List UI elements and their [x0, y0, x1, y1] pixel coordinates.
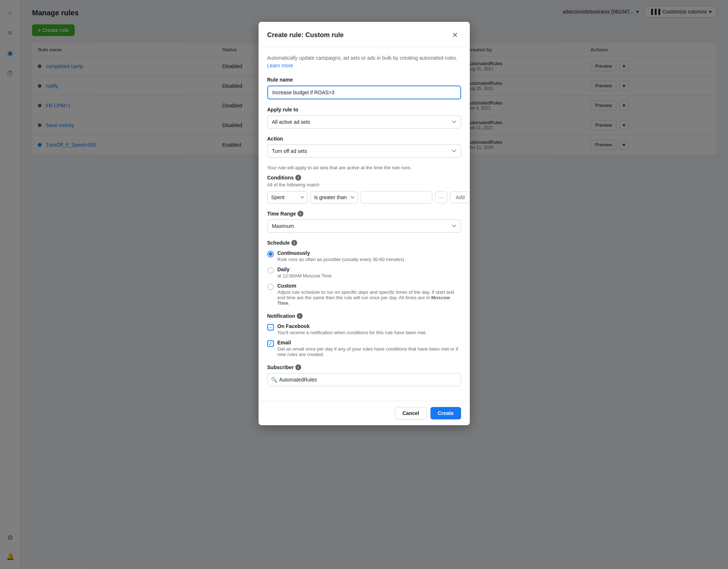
notification-info-icon[interactable]: i	[297, 313, 303, 319]
daily-label: Daily	[278, 266, 332, 272]
modal-header: Create rule: Custom rule ✕	[259, 22, 470, 47]
conditions-info-icon[interactable]: i	[295, 175, 301, 181]
schedule-continuously-option[interactable]: Continuously Rule runs as often as possi…	[267, 250, 461, 262]
action-label: Action	[267, 136, 461, 142]
notification-facebook-option[interactable]: – On Facebook You'll receive a notificat…	[267, 323, 461, 335]
email-notification-label: Email	[278, 340, 461, 345]
daily-radio[interactable]	[267, 267, 274, 274]
create-rule-modal: Create rule: Custom rule ✕ Automatically…	[259, 22, 470, 425]
schedule-label-text: Schedule	[267, 240, 290, 246]
modal-info-text: Automatically update campaigns, ad sets …	[267, 54, 461, 70]
apply-rule-select[interactable]: All active ad sets All active campaigns …	[267, 115, 461, 129]
rule-name-label: Rule name	[267, 77, 461, 83]
subscriber-section: Subscriber i 🔍	[267, 364, 461, 386]
condition-operator-select[interactable]: is greater than is less than is equal to	[310, 191, 358, 204]
schedule-daily-option[interactable]: Daily at 12:00AM Moscow Time	[267, 266, 461, 278]
modal-footer: Cancel Create	[259, 401, 470, 425]
action-group: Action Turn off ad sets Turn on ad sets …	[267, 136, 461, 158]
time-range-info-icon[interactable]: i	[298, 211, 303, 217]
condition-metric-select[interactable]: Spent Impressions Clicks ROAS	[267, 191, 307, 204]
conditions-label-row: Conditions i	[267, 175, 461, 181]
conditions-label-text: Conditions	[267, 175, 294, 181]
notification-label-row: Notification i	[267, 313, 461, 319]
learn-more-link[interactable]: Learn more	[267, 63, 294, 68]
subscriber-label-text: Subscriber	[267, 364, 294, 370]
continuously-label: Continuously	[278, 250, 406, 256]
subscriber-info-icon[interactable]: i	[295, 364, 301, 370]
conditions-sublabel: All of the following match	[267, 182, 461, 187]
condition-more-button[interactable]: ···	[435, 191, 448, 203]
email-notification-desc: Get an email once per day if any of your…	[278, 346, 461, 357]
continuously-desc: Rule runs as often as possible (usually …	[278, 257, 406, 262]
time-range-label: Time Range	[267, 211, 296, 217]
apply-rule-group: Apply rule to All active ad sets All act…	[267, 107, 461, 129]
schedule-custom-option[interactable]: Custom Adjust rule schedule to run on sp…	[267, 283, 461, 306]
facebook-notification-text: On Facebook You'll receive a notificatio…	[278, 323, 427, 335]
action-select[interactable]: Turn off ad sets Turn on ad sets Increas…	[267, 145, 461, 158]
rule-apply-info: Your rule will apply to ad sets that are…	[267, 165, 461, 170]
modal-close-button[interactable]: ✕	[449, 29, 461, 41]
rule-name-input[interactable]	[267, 86, 461, 99]
facebook-checkbox[interactable]: –	[267, 324, 274, 331]
daily-text: Daily at 12:00AM Moscow Time	[278, 266, 332, 278]
subscriber-input-wrap: 🔍	[267, 373, 461, 386]
continuously-radio[interactable]	[267, 251, 274, 257]
info-text-content: Automatically update campaigns, ad sets …	[267, 55, 457, 61]
apply-rule-label: Apply rule to	[267, 107, 461, 112]
notification-label-text: Notification	[267, 313, 295, 319]
subscriber-label-row: Subscriber i	[267, 364, 461, 370]
modal-body: Automatically update campaigns, ad sets …	[259, 47, 470, 401]
time-range-select[interactable]: Maximum Today Last 7 days Last 30 days L…	[267, 220, 461, 233]
notification-section: Notification i – On Facebook You'll rece…	[267, 313, 461, 357]
subscriber-search-icon: 🔍	[271, 377, 277, 383]
daily-desc: at 12:00AM Moscow Time	[278, 273, 332, 278]
custom-text: Custom Adjust rule schedule to run on sp…	[278, 283, 461, 306]
time-range-group: Time Range i Maximum Today Last 7 days L…	[267, 211, 461, 233]
notification-email-option[interactable]: ✓ Email Get an email once per day if any…	[267, 340, 461, 357]
facebook-notification-label: On Facebook	[278, 323, 427, 329]
cancel-button[interactable]: Cancel	[395, 407, 427, 419]
custom-desc: Adjust rule schedule to run on specific …	[278, 289, 461, 306]
modal-overlay: Create rule: Custom rule ✕ Automatically…	[0, 0, 728, 569]
custom-label: Custom	[278, 283, 461, 289]
schedule-section: Schedule i Continuously Rule runs as oft…	[267, 240, 461, 306]
create-button[interactable]: Create	[430, 407, 461, 419]
continuously-text: Continuously Rule runs as often as possi…	[278, 250, 406, 262]
custom-radio[interactable]	[267, 284, 274, 290]
modal-title: Create rule: Custom rule	[267, 31, 344, 39]
rule-name-group: Rule name	[267, 77, 461, 99]
condition-value-input[interactable]	[361, 191, 432, 204]
facebook-notification-desc: You'll receive a notification when condi…	[278, 330, 427, 335]
email-notification-text: Email Get an email once per day if any o…	[278, 340, 461, 357]
subscriber-input[interactable]	[267, 373, 461, 386]
schedule-label-row: Schedule i	[267, 240, 461, 246]
schedule-info-icon[interactable]: i	[291, 240, 297, 246]
condition-row: Spent Impressions Clicks ROAS is greater…	[267, 191, 461, 204]
email-checkbox[interactable]: ✓	[267, 340, 274, 347]
condition-add-button[interactable]: Add	[450, 191, 469, 203]
conditions-group: Conditions i All of the following match …	[267, 175, 461, 204]
